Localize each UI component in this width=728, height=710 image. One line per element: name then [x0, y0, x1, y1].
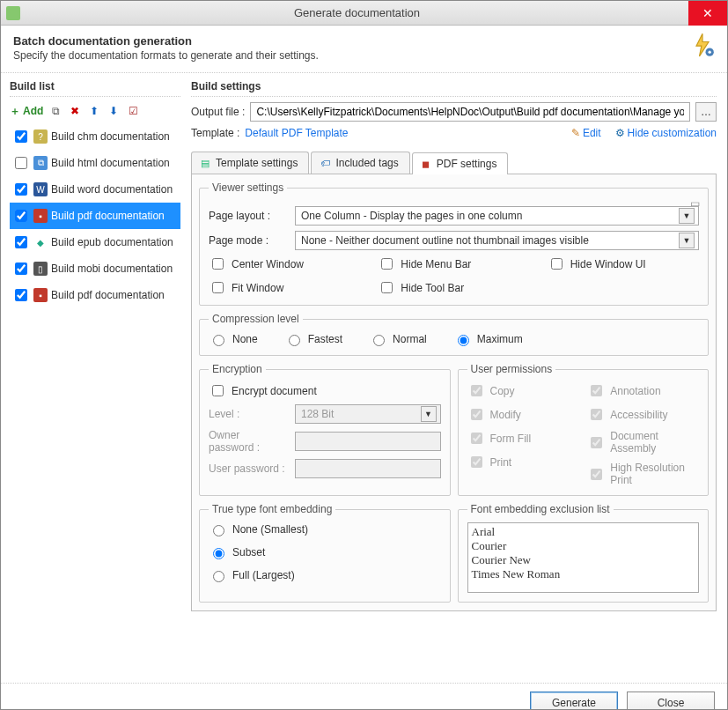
dialog-footer: Generate Close — [1, 683, 727, 710]
build-item-label: Build epub documentation — [51, 236, 173, 248]
font-embed-subset-radio[interactable]: Subset — [209, 545, 441, 559]
perm-print-checkbox: Print — [467, 454, 579, 470]
build-item-checkbox[interactable] — [15, 130, 27, 143]
page-layout-select[interactable]: One Column - Display the pages in one co… — [295, 206, 699, 226]
delete-button[interactable]: ✖ — [68, 104, 82, 118]
page-mode-select[interactable]: None - Neither document outline not thum… — [295, 231, 699, 250]
header: Batch documentation generation Specify t… — [1, 26, 727, 73]
build-list-item[interactable]: ▯ Build mobi documentation — [10, 255, 180, 282]
add-button[interactable]: ＋Add — [10, 104, 43, 119]
hide-window-ui-checkbox[interactable]: Hide Window UI — [548, 255, 699, 272]
output-file-input[interactable] — [250, 102, 690, 122]
encryption-level-label: Level : — [209, 408, 288, 420]
font-exclusion-legend: Font embedding exclusion list — [467, 503, 614, 515]
browse-button[interactable]: … — [695, 102, 717, 122]
check-button[interactable]: ☑ — [126, 104, 140, 118]
tab-included-tags[interactable]: 🏷Included tags — [311, 152, 409, 174]
build-item-checkbox[interactable] — [15, 236, 27, 248]
build-item-label: Build chm documentation — [51, 130, 170, 143]
font-exclusion-item[interactable]: Arial — [472, 525, 695, 539]
compression-normal-radio[interactable]: Normal — [369, 332, 427, 346]
word-icon: W — [33, 182, 48, 196]
font-embedding-group: True type font embedding None (Smallest)… — [199, 503, 451, 603]
encryption-legend: Encryption — [209, 363, 266, 375]
build-item-checkbox[interactable] — [15, 210, 27, 222]
build-list: ? Build chm documentation ⧉ Build html d… — [10, 123, 180, 308]
hide-tool-bar-checkbox[interactable]: Hide Tool Bar — [378, 279, 529, 296]
build-settings-title: Build settings — [191, 80, 717, 92]
font-embed-none-radio[interactable]: None (Smallest) — [209, 522, 441, 536]
build-item-checkbox[interactable] — [15, 157, 27, 169]
duplicate-button[interactable]: ⧉ — [48, 104, 63, 118]
tab-template-settings[interactable]: ▤Template settings — [191, 152, 309, 174]
font-exclusion-item[interactable]: Times New Roman — [472, 567, 695, 581]
build-item-label: Build pdf documentation — [51, 210, 165, 222]
build-item-checkbox[interactable] — [15, 183, 27, 196]
font-exclusion-group: Font embedding exclusion list ArialCouri… — [458, 503, 710, 603]
chevron-down-icon: ▼ — [421, 406, 437, 422]
chevron-down-icon: ▼ — [679, 233, 695, 248]
title-bar: Generate documentation ✕ — [1, 1, 727, 26]
user-password-label: User password : — [209, 462, 288, 475]
fit-window-checkbox[interactable]: Fit Window — [209, 279, 360, 296]
page-mode-label: Page mode : — [209, 234, 288, 247]
encrypt-document-checkbox[interactable]: Encrypt document — [209, 382, 441, 399]
chm-icon: ? — [33, 129, 48, 144]
build-list-pane: Build list ＋Add ⧉ ✖ ⬆ ⬇ ☑ ? Build chm do… — [1, 73, 184, 683]
user-permissions-group: User permissions Copy Modify Form Fill P… — [458, 363, 710, 496]
build-item-label: Build html documentation — [51, 157, 170, 169]
build-list-item[interactable]: ◆ Build epub documentation — [10, 229, 180, 255]
collapse-icon[interactable]: ▭ — [690, 197, 702, 210]
build-item-checkbox[interactable] — [15, 289, 27, 301]
settings-tabs: ▤Template settings 🏷Included tags ◼PDF s… — [191, 152, 717, 174]
font-embed-full-radio[interactable]: Full (Largest) — [209, 568, 441, 582]
compression-maximum-radio[interactable]: Maximum — [453, 332, 523, 346]
close-button[interactable]: Close — [627, 692, 715, 711]
page-subtitle: Specify the documentation formats to gen… — [13, 49, 715, 62]
perm-modify-checkbox: Modify — [467, 406, 579, 423]
template-icon: ▤ — [199, 157, 211, 169]
tag-icon: 🏷 — [319, 157, 331, 169]
viewer-settings-group: Viewer settings ▭ Page layout : One Colu… — [199, 181, 709, 306]
generate-button[interactable]: Generate — [530, 692, 618, 711]
pdf-icon: ▪ — [33, 209, 48, 223]
hide-customization-link[interactable]: ⚙Hide customization — [615, 127, 717, 139]
perm-copy-checkbox: Copy — [467, 382, 579, 399]
build-settings-pane: Build settings Output file : … Template … — [184, 73, 727, 683]
font-embedding-legend: True type font embedding — [209, 503, 335, 515]
build-list-item[interactable]: W Build word documentation — [10, 176, 180, 203]
tab-pdf-settings[interactable]: ◼PDF settings — [412, 152, 509, 174]
pdf-icon: ▪ — [33, 288, 48, 302]
encryption-group: Encryption Encrypt document Level : 128 … — [199, 363, 451, 496]
perm-formfill-checkbox: Form Fill — [467, 430, 579, 447]
build-list-item[interactable]: ▪ Build pdf documentation — [10, 203, 180, 229]
epub-icon: ◆ — [33, 235, 48, 249]
perm-accessibility-checkbox: Accessibility — [587, 406, 699, 423]
app-icon — [6, 6, 20, 20]
build-list-item[interactable]: ⧉ Build html documentation — [10, 150, 180, 176]
pdf-settings-panel: Viewer settings ▭ Page layout : One Colu… — [191, 174, 717, 611]
user-password-input — [295, 459, 441, 478]
template-link[interactable]: Default PDF Template — [245, 127, 348, 139]
font-exclusion-item[interactable]: Courier — [472, 539, 695, 553]
font-exclusion-list[interactable]: ArialCourierCourier NewTimes New Roman — [467, 522, 700, 593]
output-file-label: Output file : — [191, 106, 245, 118]
mobi-icon: ▯ — [33, 262, 48, 276]
font-exclusion-item[interactable]: Courier New — [472, 553, 695, 567]
move-down-button[interactable]: ⬇ — [107, 104, 121, 118]
edit-link[interactable]: ✎Edit — [571, 127, 601, 139]
svg-point-1 — [709, 51, 711, 54]
perm-docassembly-checkbox: Document Assembly — [587, 430, 699, 455]
hide-menu-bar-checkbox[interactable]: Hide Menu Bar — [378, 255, 529, 272]
perm-annotation-checkbox: Annotation — [587, 382, 699, 399]
move-up-button[interactable]: ⬆ — [87, 104, 101, 118]
compression-legend: Compression level — [209, 313, 303, 325]
compression-none-radio[interactable]: None — [209, 332, 258, 346]
build-list-item[interactable]: ? Build chm documentation — [10, 123, 180, 150]
compression-fastest-radio[interactable]: Fastest — [284, 332, 342, 346]
build-item-label: Build mobi documentation — [51, 263, 173, 275]
build-item-checkbox[interactable] — [15, 263, 27, 275]
close-icon[interactable]: ✕ — [688, 1, 727, 26]
build-list-item[interactable]: ▪ Build pdf documentation — [10, 282, 180, 308]
center-window-checkbox[interactable]: Center Window — [209, 255, 360, 272]
